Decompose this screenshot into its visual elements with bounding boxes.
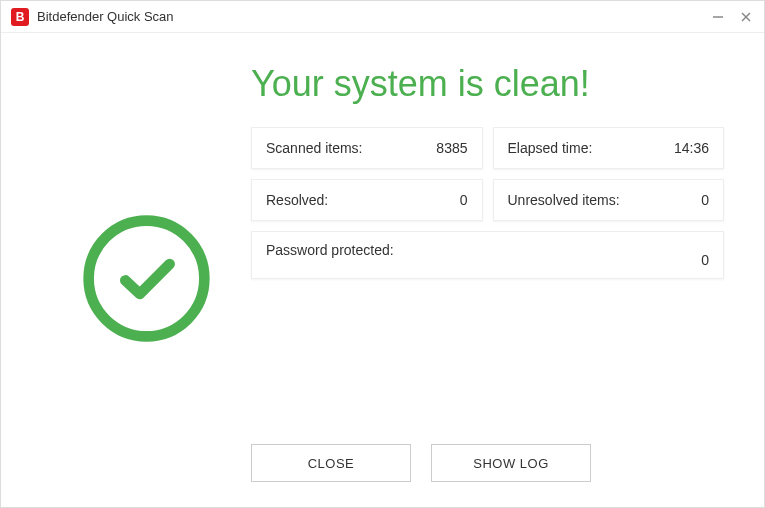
close-icon — [740, 11, 752, 23]
close-button[interactable]: CLOSE — [251, 444, 411, 482]
stat-unresolved: Unresolved items: 0 — [493, 179, 725, 221]
stat-value: 14:36 — [674, 140, 709, 156]
stat-label: Resolved: — [266, 192, 328, 208]
stats-grid: Scanned items: 8385 Elapsed time: 14:36 … — [251, 127, 724, 279]
stat-value: 0 — [701, 192, 709, 208]
stat-value: 0 — [460, 192, 468, 208]
result-headline: Your system is clean! — [251, 63, 724, 105]
app-icon: B — [11, 8, 29, 26]
minimize-icon — [712, 11, 724, 23]
stat-password-protected: Password protected: 0 — [251, 231, 724, 279]
app-icon-letter: B — [16, 10, 25, 24]
stat-label: Elapsed time: — [508, 140, 593, 156]
svg-point-3 — [88, 221, 204, 337]
window-title: Bitdefender Quick Scan — [37, 9, 710, 24]
success-checkmark-icon — [79, 211, 214, 346]
stat-resolved: Resolved: 0 — [251, 179, 483, 221]
main-row: Your system is clean! Scanned items: 838… — [41, 53, 724, 444]
info-column: Your system is clean! Scanned items: 838… — [251, 53, 724, 444]
status-icon-column — [41, 53, 251, 444]
stat-label: Scanned items: — [266, 140, 363, 156]
stat-label: Unresolved items: — [508, 192, 620, 208]
stat-elapsed-time: Elapsed time: 14:36 — [493, 127, 725, 169]
stat-scanned-items: Scanned items: 8385 — [251, 127, 483, 169]
stat-value: 0 — [701, 252, 709, 268]
minimize-button[interactable] — [710, 9, 726, 25]
button-row: CLOSE SHOW LOG — [41, 444, 724, 482]
stat-value: 8385 — [436, 140, 467, 156]
show-log-button[interactable]: SHOW LOG — [431, 444, 591, 482]
content-area: Your system is clean! Scanned items: 838… — [1, 33, 764, 507]
app-window: B Bitdefender Quick Scan — [0, 0, 765, 508]
stat-label: Password protected: — [266, 242, 394, 268]
window-controls — [710, 9, 754, 25]
titlebar: B Bitdefender Quick Scan — [1, 1, 764, 33]
close-window-button[interactable] — [738, 9, 754, 25]
